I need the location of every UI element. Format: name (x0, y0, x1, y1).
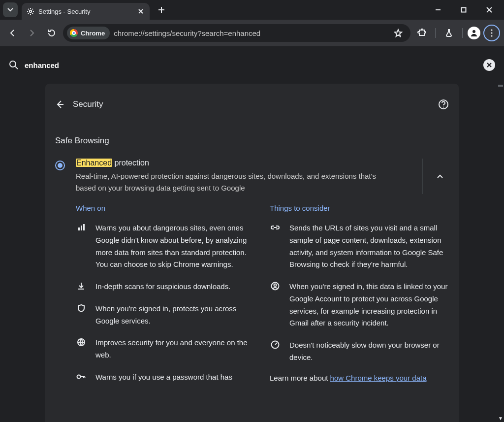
security-panel: Security Safe Browsing Enhanced protecti… (45, 84, 459, 422)
puzzle-icon (417, 29, 426, 37)
extensions-button[interactable] (413, 25, 430, 41)
new-tab-button[interactable] (155, 3, 168, 17)
divider (435, 28, 436, 38)
minimize-button[interactable] (431, 3, 445, 17)
feature-item: Improves security for you and everyone o… (76, 337, 255, 361)
feature-item: Warns you about dangerous sites, even on… (76, 222, 255, 271)
toolbar-actions (413, 25, 500, 41)
account-icon (270, 281, 281, 329)
svg-point-2 (472, 30, 475, 33)
arrow-left-icon (8, 29, 17, 37)
help-button[interactable] (438, 99, 449, 110)
feature-item: When you're signed in, this data is link… (270, 281, 449, 329)
settings-content: Security Safe Browsing Enhanced protecti… (0, 84, 504, 422)
settings-search-input[interactable]: enhanced (25, 61, 59, 69)
speedometer-icon (270, 339, 281, 364)
search-icon (9, 60, 19, 70)
key-icon (76, 371, 87, 384)
radio-dot-icon (58, 163, 63, 168)
divider (462, 28, 463, 38)
close-window-button[interactable] (482, 3, 496, 17)
maximize-icon (461, 7, 467, 13)
column-heading: When on (76, 204, 255, 212)
option-enhanced-protection[interactable]: Enhanced protection Real-time, AI-powere… (45, 151, 459, 194)
svg-point-3 (491, 29, 492, 31)
option-title-rest: protection (112, 159, 149, 167)
feature-text: Improves security for you and everyone o… (95, 337, 255, 361)
option-body: Enhanced protection Real-time, AI-powere… (76, 159, 414, 194)
column-heading: Things to consider (270, 204, 449, 212)
scroll-up-arrow[interactable] (498, 85, 503, 87)
close-icon (486, 6, 493, 13)
feature-text: Warns you if you use a password that has (95, 371, 232, 384)
clear-search-button[interactable] (483, 59, 495, 71)
feature-item: When you're signed in, protects you acro… (76, 303, 255, 327)
window-controls (431, 3, 500, 17)
scroll-down-arrow[interactable]: ▼ (498, 416, 503, 421)
reload-button[interactable] (43, 25, 60, 41)
feature-item: In-depth scans for suspicious downloads. (76, 281, 255, 293)
shield-icon (76, 303, 87, 327)
address-bar[interactable]: Chrome chrome://settings/security?search… (63, 24, 410, 42)
maximize-button[interactable] (457, 3, 471, 17)
tab-title: Settings - Security (38, 8, 133, 15)
feature-text: In-depth scans for suspicious downloads. (95, 281, 230, 293)
learn-more-prefix: Learn more about (270, 374, 330, 382)
feature-text: Warns you about dangerous sites, even on… (95, 222, 255, 271)
tab-close-button[interactable] (137, 7, 145, 15)
consider-column: Things to consider Sends the URLs of sit… (270, 204, 449, 393)
collapse-button[interactable] (422, 159, 457, 194)
feature-text: When you're signed in, this data is link… (289, 281, 449, 329)
chevron-down-icon (7, 6, 14, 13)
option-title: Enhanced protection (76, 159, 414, 167)
minimize-icon (435, 7, 441, 13)
gear-icon (27, 7, 34, 15)
reload-icon (47, 29, 56, 37)
feature-text: Sends the URLs of sites you visit and a … (289, 222, 449, 271)
learn-more-link[interactable]: how Chrome keeps your data (330, 374, 427, 382)
svg-point-4 (491, 32, 492, 33)
svg-point-10 (77, 375, 81, 378)
bookmark-button[interactable] (390, 25, 407, 41)
site-chip-label: Chrome (81, 30, 105, 37)
profile-button[interactable] (468, 27, 480, 39)
when-on-column: When on Warns you about dangerous sites,… (76, 204, 255, 393)
dots-vertical-icon (491, 29, 493, 37)
bars-icon (76, 222, 87, 271)
chrome-logo-icon (70, 29, 78, 37)
svg-point-6 (10, 61, 16, 67)
arrow-right-icon (28, 29, 36, 37)
site-chip[interactable]: Chrome (67, 27, 110, 39)
scrollbar[interactable]: ▼ (496, 84, 504, 422)
url-text: chrome://settings/security?search=enhanc… (114, 29, 260, 37)
svg-point-8 (443, 107, 444, 108)
feature-item: Doesn't noticeably slow down your browse… (270, 339, 449, 364)
link-icon (270, 222, 281, 271)
settings-search-bar: enhanced (0, 46, 504, 84)
app-menu-button[interactable] (483, 25, 500, 41)
close-icon (138, 8, 144, 14)
radio-selected[interactable] (55, 161, 65, 170)
browser-toolbar: Chrome chrome://settings/security?search… (0, 20, 504, 46)
browser-tab[interactable]: Settings - Security (22, 3, 150, 20)
learn-more: Learn more about how Chrome keeps your d… (270, 374, 449, 382)
feature-item: Warns you if you use a password that has (76, 371, 255, 384)
search-highlight: Enhanced (76, 159, 112, 167)
titlebar: Settings - Security (0, 0, 504, 20)
tab-search-button[interactable] (3, 2, 18, 17)
svg-point-5 (491, 35, 492, 36)
star-icon (394, 29, 403, 37)
panel-title: Security (73, 99, 103, 109)
flask-icon (444, 29, 453, 37)
svg-point-0 (30, 10, 32, 12)
labs-button[interactable] (441, 25, 457, 41)
close-icon (486, 62, 492, 68)
back-button[interactable] (4, 25, 21, 41)
option-description: Real-time, AI-powered protection against… (76, 170, 391, 194)
person-icon (470, 29, 478, 37)
download-icon (76, 281, 87, 293)
forward-button[interactable] (24, 25, 40, 41)
panel-back-button[interactable] (55, 99, 65, 109)
feature-text: Doesn't noticeably slow down your browse… (289, 339, 449, 364)
option-details: When on Warns you about dangerous sites,… (45, 194, 459, 393)
